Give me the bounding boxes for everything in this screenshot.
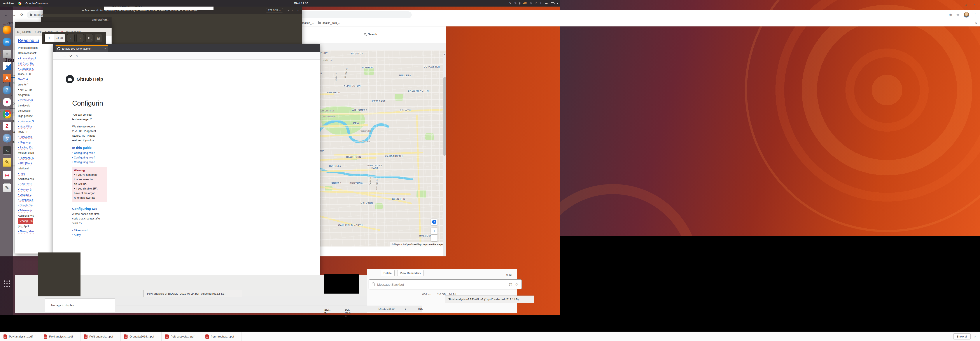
zoom-dropdown[interactable]: 121.07% ∨ [266, 8, 283, 13]
dock-item[interactable]: ≣ [0, 61, 13, 72]
focused-app-menu[interactable]: Google Chrome ▾ [25, 2, 48, 5]
annotations-button[interactable]: ▤ [95, 34, 102, 42]
show-all-downloads-button[interactable]: Show all [953, 333, 970, 339]
statusbar-caret[interactable]: ▾ [405, 307, 406, 311]
menu-kebab-icon[interactable]: ⋮ [974, 13, 977, 17]
dock-item[interactable]: • ✎ [0, 183, 13, 193]
close-button[interactable]: × [297, 9, 299, 12]
forward-icon[interactable]: → [63, 54, 66, 57]
sync-icon[interactable]: ⇅ [514, 2, 517, 5]
activities-button[interactable]: Activities [3, 2, 14, 5]
send-to-device-icon[interactable]: ◎ [949, 13, 952, 17]
app-icon[interactable]: y [3, 134, 11, 143]
ptv-search[interactable]: Search [364, 33, 377, 36]
attribution-text[interactable]: © Mapbox © OpenStreetMap [392, 243, 422, 246]
download-item[interactable]: PoN analysis....pdf ⌃ [81, 332, 121, 341]
app-icon[interactable]: ◎ [3, 171, 11, 179]
download-item[interactable]: Granada2014....pdf ⌃ [121, 332, 161, 341]
app-icon[interactable] [3, 25, 11, 34]
tab-close-icon[interactable]: × [104, 47, 106, 50]
scrollbar-thumb[interactable] [444, 77, 446, 155]
delete-button[interactable]: Delete [380, 270, 395, 276]
minimize-button[interactable]: – [288, 9, 289, 12]
app-icon[interactable] [3, 279, 11, 288]
reload-icon[interactable]: ⟳ [70, 54, 72, 58]
scroll-up-arrow[interactable]: ▲ [444, 54, 445, 56]
dock-item[interactable] [0, 25, 13, 36]
emoji-icon[interactable]: ☺ [515, 282, 519, 286]
profile-avatar[interactable] [964, 12, 969, 17]
reload-icon[interactable]: ⟳ [19, 13, 25, 17]
app-icon[interactable]: ✎ [3, 158, 11, 167]
download-item[interactable]: PoN analysis....pdf ⌃ [162, 332, 202, 341]
app-icon[interactable]: ? [3, 86, 11, 94]
mention-icon[interactable]: @ [509, 282, 512, 286]
app-icon[interactable]: ✳ [3, 98, 11, 106]
link-button[interactable]: ↪ Link [34, 30, 41, 33]
bookmarks-overflow-icon[interactable]: » [975, 21, 977, 25]
improve-map-link[interactable]: Improve this map ⧉ [423, 243, 444, 246]
maximize-button[interactable]: □ [293, 9, 294, 12]
next-page-button[interactable]: › [76, 34, 84, 42]
tray-caret[interactable]: ▾ [557, 2, 558, 5]
github-help-brand[interactable]: GitHub Help [65, 75, 103, 83]
prev-page-button[interactable]: ‹ [67, 34, 75, 42]
download-menu-chevron[interactable]: ⌃ [156, 335, 158, 338]
app-icon[interactable]: ✉ [3, 38, 11, 46]
dock-item[interactable]: • • • ≡ [0, 49, 13, 60]
app-icon[interactable]: Z [3, 122, 11, 130]
search-button[interactable] [86, 34, 93, 42]
back-icon[interactable]: ← [56, 54, 59, 57]
dock-item[interactable]: ? [0, 85, 13, 96]
download-item[interactable]: from-freebas....pdf ⌃ [202, 332, 242, 341]
system-tray[interactable]: ✎ ⇅ 4% ✳ ◠ ᛒ ◄ₓ ▾ [509, 2, 558, 5]
slack-message-input[interactable]: Message Slackbot @ ☺ [369, 279, 522, 289]
minimize-button[interactable]: – [956, 3, 958, 6]
download-menu-chevron[interactable]: ⌃ [75, 335, 76, 338]
dock-item[interactable]: • [0, 109, 13, 120]
app-icon[interactable]: >_ [3, 146, 11, 155]
home-icon[interactable]: ⌂ [76, 54, 78, 57]
attach-icon[interactable] [372, 282, 374, 286]
search-button[interactable]: Search [22, 30, 30, 33]
app-icon[interactable]: ✎ [3, 183, 11, 192]
notes-icon[interactable]: ✎ [509, 2, 511, 5]
maximize-button[interactable]: □ [965, 3, 967, 6]
dock-item[interactable]: y [0, 133, 13, 144]
download-item[interactable]: PoN analysis....pdf ⌃ [0, 332, 40, 341]
download-menu-chevron[interactable]: ⌃ [35, 335, 36, 338]
compass-locate-button[interactable]: ✦ [431, 219, 438, 225]
app-icon[interactable]: ≣ [3, 62, 11, 70]
dock-item[interactable]: ✉ [0, 37, 13, 48]
download-menu-chevron[interactable]: ⌃ [196, 335, 198, 338]
dock-item[interactable]: • • • ✎ [0, 157, 13, 168]
close-button[interactable]: × [974, 3, 975, 6]
close-downloads-bar-icon[interactable]: × [974, 335, 976, 338]
dock-item[interactable]: • • • • ◎ [0, 170, 13, 181]
zoom-in-button[interactable]: + [431, 228, 438, 234]
app-icon[interactable] [3, 110, 11, 119]
dock-item[interactable]: • • ✳ [0, 97, 13, 108]
dock-item[interactable]: A [0, 73, 13, 84]
download-menu-chevron[interactable]: ⌃ [236, 335, 238, 338]
download-item[interactable]: PoN analysis....pdf ⌃ [40, 332, 81, 341]
dock-item[interactable] [0, 279, 13, 290]
view-reminders-button[interactable]: View Reminders [397, 270, 423, 276]
dock-item[interactable]: • • >_ [0, 145, 13, 156]
volume-muted-icon[interactable]: ◄ₓ [544, 2, 548, 5]
dock-item[interactable]: • Z [0, 121, 13, 132]
app-icon[interactable]: A [3, 74, 11, 82]
wifi-icon[interactable]: ◠ [535, 2, 537, 5]
slack-tray-icon[interactable]: ✳ [530, 2, 532, 5]
firefox-tab[interactable]: Enable two-factor authen × [56, 45, 108, 52]
clock[interactable]: Wed 12:30 [294, 2, 308, 5]
bluetooth-icon[interactable]: ᛒ [540, 2, 542, 5]
page-scrollbar[interactable]: ▲ ▼ [443, 53, 446, 256]
page-indicator[interactable]: 1of 26 [45, 34, 65, 42]
app-icon[interactable]: ≡ [3, 50, 11, 59]
note-titlebar[interactable] [15, 22, 111, 28]
download-menu-chevron[interactable]: ⌃ [115, 335, 117, 338]
bookmark-star-icon[interactable]: ☆ [956, 13, 959, 17]
secure-lock-icon[interactable] [30, 14, 32, 16]
terminal-titlebar[interactable]: andrew@an… [41, 17, 111, 22]
